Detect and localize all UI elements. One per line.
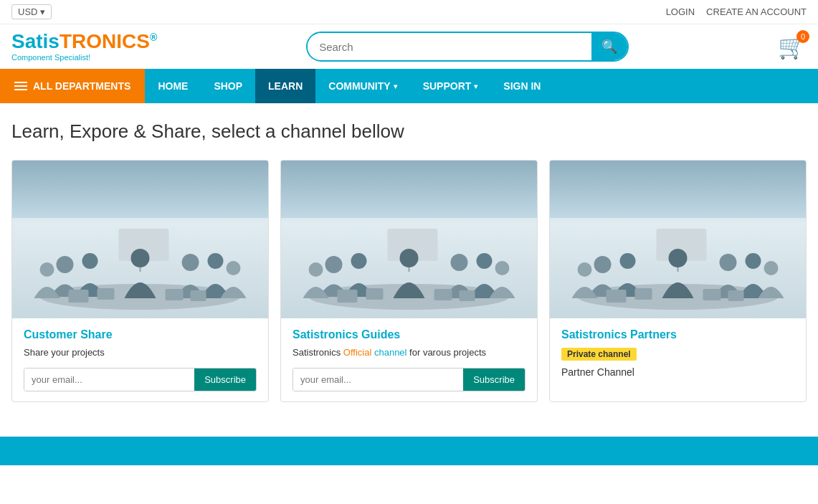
svg-point-17 xyxy=(325,256,343,273)
subscribe-email-1[interactable] xyxy=(24,369,194,391)
nav-learn[interactable]: LEARN xyxy=(255,69,315,103)
card-image-partners xyxy=(550,161,806,318)
card-image-people-3 xyxy=(550,218,806,318)
svg-point-21 xyxy=(477,253,493,269)
svg-point-18 xyxy=(351,253,367,269)
svg-point-6 xyxy=(182,254,199,271)
svg-rect-11 xyxy=(98,288,115,300)
search-icon: 🔍 xyxy=(601,39,617,54)
svg-point-33 xyxy=(578,262,592,277)
cart-button[interactable]: 🛒 0 xyxy=(778,33,807,60)
support-arrow-icon: ▾ xyxy=(474,82,477,90)
card-image-top-2 xyxy=(281,161,537,218)
svg-rect-41 xyxy=(728,290,744,301)
svg-rect-13 xyxy=(191,290,206,301)
community-arrow-icon: ▾ xyxy=(394,82,397,90)
channels-grid: Customer Share Share your projects Subsc… xyxy=(11,160,807,402)
desc-highlight-official: Official xyxy=(343,347,372,358)
svg-point-35 xyxy=(746,253,761,269)
svg-point-37 xyxy=(669,249,688,267)
svg-point-8 xyxy=(227,261,241,275)
create-account-link[interactable]: CREATE AN ACCOUNT xyxy=(706,6,807,17)
nav-shop[interactable]: SHOP xyxy=(201,69,255,103)
all-departments-label: ALL DEPARTMENTS xyxy=(33,80,130,92)
search-button[interactable]: 🔍 xyxy=(591,33,627,60)
page-title: Learn, Expore & Share, select a channel … xyxy=(11,120,807,143)
main-nav: ALL DEPARTMENTS HOME SHOP LEARN COMMUNIT… xyxy=(0,69,818,103)
svg-rect-39 xyxy=(635,288,652,300)
subscribe-button-1[interactable]: Subscribe xyxy=(194,369,256,391)
card-body-customer-share: Customer Share Share your projects Subsc… xyxy=(12,318,268,401)
svg-point-9 xyxy=(131,249,150,267)
logo-tronics: TRONICS xyxy=(60,30,150,52)
card-image-people-2 xyxy=(281,218,537,318)
login-link[interactable]: LOGIN xyxy=(666,6,695,17)
subscribe-email-2[interactable] xyxy=(293,369,463,391)
svg-rect-38 xyxy=(607,290,627,303)
svg-point-19 xyxy=(309,262,323,277)
svg-point-20 xyxy=(451,254,468,271)
hamburger-icon xyxy=(14,82,27,90)
cart-badge: 0 xyxy=(796,30,809,43)
desc-highlight-channel: channel xyxy=(374,347,407,358)
nav-home[interactable]: HOME xyxy=(145,69,201,103)
svg-point-7 xyxy=(208,253,224,269)
logo-satis: Satis xyxy=(11,30,60,52)
card-satistronics-partners: Satistronics Partners Private channel Pa… xyxy=(549,160,807,402)
svg-rect-24 xyxy=(338,290,358,303)
search-input[interactable] xyxy=(308,35,591,59)
currency-selector[interactable]: USD ▾ xyxy=(11,4,52,19)
svg-rect-10 xyxy=(69,290,89,303)
card-image-people-1 xyxy=(12,218,268,318)
top-bar-right: LOGIN CREATE AN ACCOUNT xyxy=(666,6,807,17)
main-content: Learn, Expore & Share, select a channel … xyxy=(0,103,818,419)
card-title-partners[interactable]: Satistronics Partners xyxy=(561,328,794,341)
svg-point-3 xyxy=(57,256,74,273)
svg-rect-25 xyxy=(366,288,384,300)
top-bar: USD ▾ LOGIN CREATE AN ACCOUNT xyxy=(0,0,818,24)
meeting-illustration-2 xyxy=(281,218,537,318)
private-channel-badge: Private channel xyxy=(561,348,637,361)
header: SatisTRONICS® Component Specialist! 🔍 🛒 … xyxy=(0,24,818,69)
logo-subtitle: Component Specialist! xyxy=(11,53,90,62)
card-image-customer-share xyxy=(12,161,268,318)
usd-button[interactable]: USD ▾ xyxy=(11,4,52,19)
search-bar[interactable]: 🔍 xyxy=(306,32,629,62)
subscribe-button-2[interactable]: Subscribe xyxy=(463,369,525,391)
svg-point-36 xyxy=(764,261,779,275)
footer-bar xyxy=(0,437,818,465)
meeting-illustration-3 xyxy=(550,218,806,318)
nav-support[interactable]: SUPPORT ▾ xyxy=(410,69,491,103)
card-satistronics-guides: Satistronics Guides Satistronics Officia… xyxy=(280,160,538,402)
svg-point-32 xyxy=(620,253,636,269)
partner-channel-text: Partner Channel xyxy=(561,366,794,378)
card-image-guides xyxy=(281,161,537,318)
card-desc-customer-share: Share your projects xyxy=(24,347,257,358)
card-image-top-1 xyxy=(12,161,268,218)
logo-reg: ® xyxy=(150,32,157,43)
svg-point-31 xyxy=(594,256,612,273)
svg-point-23 xyxy=(400,249,419,267)
meeting-illustration-1 xyxy=(12,218,268,318)
svg-rect-27 xyxy=(460,290,475,301)
svg-point-5 xyxy=(40,262,54,277)
svg-point-4 xyxy=(82,253,98,269)
svg-point-34 xyxy=(720,254,737,271)
subscribe-row-1: Subscribe xyxy=(24,368,257,391)
card-title-guides[interactable]: Satistronics Guides xyxy=(293,328,525,341)
svg-point-22 xyxy=(495,261,510,275)
nav-signin[interactable]: SIGN IN xyxy=(490,69,553,103)
svg-rect-26 xyxy=(434,289,452,300)
subscribe-row-2: Subscribe xyxy=(293,368,525,391)
card-image-top-3 xyxy=(550,161,806,218)
svg-rect-40 xyxy=(703,289,721,300)
all-departments-button[interactable]: ALL DEPARTMENTS xyxy=(0,69,145,103)
card-body-guides: Satistronics Guides Satistronics Officia… xyxy=(281,318,537,401)
nav-community[interactable]: COMMUNITY ▾ xyxy=(315,69,409,103)
card-body-partners: Satistronics Partners Private channel Pa… xyxy=(550,318,806,388)
svg-rect-12 xyxy=(166,289,184,300)
card-desc-guides: Satistronics Official channel for varous… xyxy=(293,347,525,358)
card-title-customer-share[interactable]: Customer Share xyxy=(24,328,257,341)
card-customer-share: Customer Share Share your projects Subsc… xyxy=(11,160,269,402)
logo[interactable]: SatisTRONICS® Component Specialist! xyxy=(11,32,157,62)
